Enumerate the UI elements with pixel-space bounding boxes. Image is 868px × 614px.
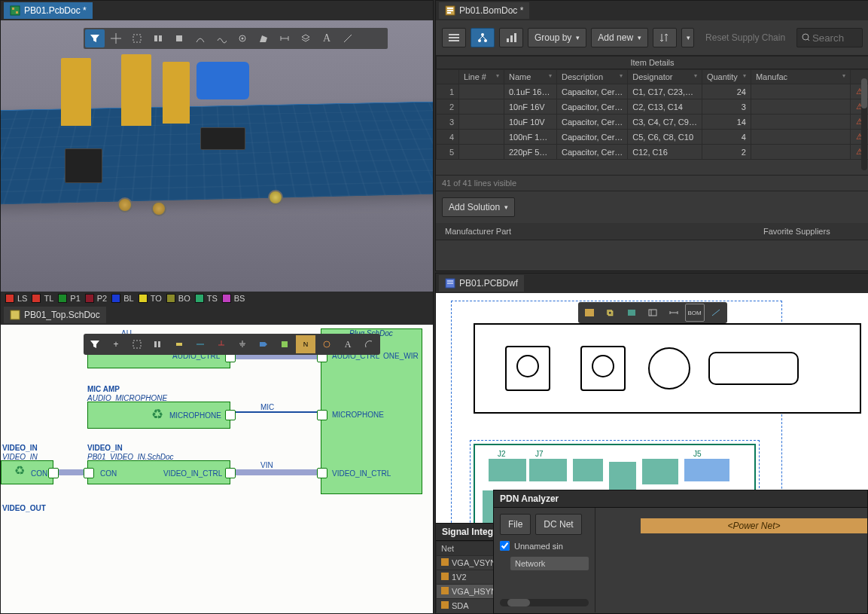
- board-fab-view[interactable]: [474, 323, 861, 414]
- svg-rect-3: [447, 12, 451, 14]
- pdn-power-net-bar[interactable]: <Power Net>: [641, 518, 867, 533]
- sheet-port[interactable]: [317, 410, 327, 420]
- wire: [236, 411, 318, 413]
- sheet-port[interactable]: [225, 468, 236, 478]
- table-row[interactable]: 4100nF 1…Capacitor, Cer…C5, C6, C8, C104…: [437, 130, 869, 145]
- svg-rect-22: [159, 35, 162, 41]
- bom-table-icon[interactable]: BOM: [685, 304, 705, 322]
- svg-rect-1: [447, 8, 453, 9]
- draft-tab-bar: PB01.PCBDwf: [436, 273, 868, 293]
- pdn-dcnet-button[interactable]: DC Net: [535, 514, 581, 535]
- tree-view-button[interactable]: [471, 28, 495, 47]
- text-icon[interactable]: A: [338, 335, 358, 353]
- pdn-network-item[interactable]: Network: [510, 557, 589, 570]
- sheet-icon[interactable]: [275, 335, 294, 353]
- svg-line-14: [808, 39, 809, 41]
- layer-tab-ts[interactable]: TS: [195, 294, 218, 303]
- filter-icon[interactable]: [85, 29, 105, 47]
- diff-pair-icon[interactable]: [212, 29, 231, 47]
- table-row[interactable]: 10.1uF 16…Capacitor, Cer…C1, C17, C23,…2…: [437, 84, 869, 99]
- select-rect-icon[interactable]: [127, 29, 147, 47]
- probe-icon[interactable]: [317, 335, 337, 353]
- pdn-graph[interactable]: <Power Net>: [595, 508, 867, 612]
- netlabel-icon[interactable]: N: [296, 335, 315, 353]
- filter-icon[interactable]: [85, 335, 105, 353]
- layer-tab-ls[interactable]: LS: [5, 294, 27, 303]
- layer-tab-p1[interactable]: P1: [58, 294, 80, 303]
- assy-icon[interactable]: [622, 304, 641, 322]
- connector-3d-blue: [196, 62, 249, 99]
- port-icon[interactable]: [254, 335, 273, 353]
- schematic-view[interactable]: + N A AU AUDIO_CTRL Plug.SchDoc: [1, 325, 433, 613]
- layer-tab-p2[interactable]: P2: [85, 294, 107, 303]
- connector-3d: [61, 58, 91, 126]
- search-icon: [802, 33, 809, 42]
- bom-scrollbar[interactable]: [861, 78, 867, 170]
- pdn-h-scroll[interactable]: [500, 599, 589, 606]
- layer-tab-bl[interactable]: BL: [111, 294, 133, 303]
- layer-tab-tl[interactable]: TL: [32, 294, 53, 303]
- gnd-icon[interactable]: [233, 335, 252, 353]
- wire-icon[interactable]: [190, 335, 210, 353]
- crosshair-icon[interactable]: [106, 29, 126, 47]
- dim-icon[interactable]: [664, 304, 684, 322]
- layers-icon[interactable]: [296, 29, 315, 47]
- via-icon[interactable]: [233, 29, 252, 47]
- layer-icon[interactable]: ⧉: [601, 304, 620, 322]
- align-icon[interactable]: [148, 29, 168, 47]
- bom-tab[interactable]: Pb01.BomDoc *: [439, 2, 529, 19]
- list-view-button[interactable]: [442, 28, 466, 47]
- svg-rect-44: [282, 341, 288, 347]
- layer-tab-bo[interactable]: BO: [166, 294, 190, 303]
- draft-tab[interactable]: PB01.PCBDwf: [439, 275, 524, 292]
- chart-view-button[interactable]: [499, 28, 523, 47]
- sheet-port[interactable]: [84, 468, 94, 478]
- pdn-title: PDN Analyzer: [494, 490, 867, 508]
- dimension-icon[interactable]: [275, 29, 294, 47]
- arc-icon[interactable]: [359, 335, 379, 353]
- pcb-tab[interactable]: PB01.PcbDoc *: [4, 2, 93, 19]
- svg-rect-15: [11, 6, 20, 15]
- table-row[interactable]: 5220pF 5…Capacitor, Cer…C12, C162⚠: [437, 145, 869, 160]
- draft-doc-icon: [445, 278, 455, 289]
- sch-tab[interactable]: PB01_Top.SchDoc: [4, 307, 106, 323]
- bom-search[interactable]: [796, 28, 863, 47]
- refdes-label: J5: [693, 450, 702, 458]
- pdn-unnamed-checkbox[interactable]: Unnamed sin: [500, 541, 589, 551]
- supplier-header: Manufacturer Part Favorite Suppliers: [436, 223, 868, 240]
- route-icon[interactable]: [190, 29, 210, 47]
- add-new-button[interactable]: Add new: [591, 28, 648, 47]
- reset-supply-chain-button[interactable]: Reset Supply Chain: [699, 28, 792, 47]
- pcb-3d-view[interactable]: A: [1, 20, 433, 292]
- board-icon[interactable]: [580, 304, 599, 322]
- sheet-port[interactable]: [317, 468, 327, 478]
- polygon-icon[interactable]: [254, 29, 273, 47]
- text-icon[interactable]: A: [317, 29, 337, 47]
- bom-table[interactable]: Item Details Line #▾ Name▾ Description▾ …: [436, 56, 868, 175]
- drill-icon[interactable]: [643, 304, 662, 322]
- pdn-file-button[interactable]: File: [500, 514, 531, 535]
- select-rect-icon[interactable]: [127, 335, 147, 353]
- component-icon[interactable]: [169, 29, 189, 47]
- sort-button[interactable]: [653, 28, 677, 47]
- group-by-button[interactable]: Group by: [528, 28, 586, 47]
- svg-rect-35: [176, 343, 182, 346]
- align-icon[interactable]: [148, 335, 168, 353]
- line-icon[interactable]: [706, 304, 726, 322]
- bom-search-input[interactable]: [812, 32, 857, 44]
- table-row[interactable]: 310uF 10VCapacitor, Cer…C3, C4, C7, C9…1…: [437, 115, 869, 130]
- table-row[interactable]: 210nF 16VCapacitor, Cer…C2, C13, C143⚠: [437, 99, 869, 115]
- power-icon[interactable]: [212, 335, 231, 353]
- layer-tab-bs[interactable]: BS: [222, 294, 245, 303]
- svg-rect-6: [449, 40, 459, 41]
- line-icon[interactable]: [338, 29, 358, 47]
- layer-tab-to[interactable]: TO: [139, 294, 162, 303]
- sheet-port[interactable]: [48, 468, 59, 478]
- add-solution-button[interactable]: Add Solution: [442, 197, 515, 217]
- svg-point-13: [803, 34, 809, 40]
- crosshair-icon[interactable]: +: [106, 335, 126, 353]
- sheet-port[interactable]: [225, 410, 236, 420]
- sort-options-button[interactable]: [681, 28, 694, 47]
- part-icon[interactable]: [169, 335, 189, 353]
- svg-line-54: [712, 310, 720, 316]
